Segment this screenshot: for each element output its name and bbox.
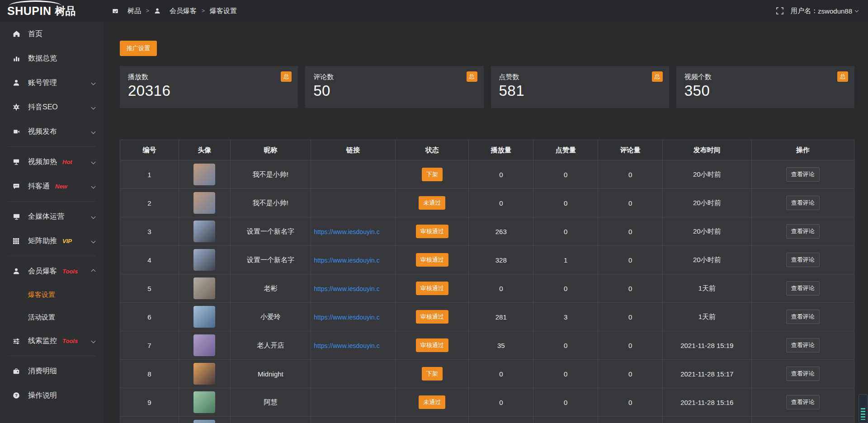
video-link[interactable]: https://www.iesdouyin.c [314,314,380,321]
cell-nickname: Midnight [230,360,311,388]
bar-chart-icon [13,55,22,62]
stat-label: 评论数 [313,73,475,81]
cell-likes [533,417,598,423]
status-badge: 审核通过 [416,225,448,238]
sidebar-item-data-overview[interactable]: 数据总览 [0,46,104,70]
sidebar-item-label: 账号管理 [28,78,57,88]
cell-link: https://www.iesdouyin.c [311,303,396,331]
avatar [193,334,215,356]
video-link[interactable]: https://www.iesdouyin.c [314,228,380,235]
sidebar-item-omni-media[interactable]: 全媒体运营 [0,204,104,229]
view-comments-button[interactable]: 查看评论 [786,367,820,381]
sidebar-item-label: 数据总览 [28,54,57,63]
sidebar-subitem-activity-settings[interactable]: 活动设置 [0,306,104,329]
cell-avatar [179,303,230,331]
table-row: 6 小爱玲 https://www.iesdouyin.c 审核通过 281 3… [120,303,854,331]
floating-widget[interactable] [859,394,868,423]
stat-card-plays: 播放数 20316 总 [120,66,298,108]
video-link[interactable]: https://www.iesdouyin.c [314,257,380,264]
promotion-settings-button[interactable]: 推广设置 [120,41,157,56]
view-comments-button[interactable]: 查看评论 [786,196,820,210]
cell-comments: 0 [598,160,663,189]
cell-plays: 0 [469,274,533,303]
view-comments-button[interactable]: 查看评论 [786,338,820,352]
chevron-down-icon [91,160,96,164]
cell-id: 4 [120,246,179,274]
cell-likes: 1 [533,246,598,274]
table-header: 编号 头像 昵称 链接 状态 播放量 点赞量 评论量 发布时间 操作 [120,140,854,160]
stat-value: 581 [499,82,661,99]
avatar [193,164,215,185]
cell-status: 审核通过 [395,246,468,274]
cell-action: 查看评论 [751,388,854,417]
stat-value: 350 [684,82,846,99]
view-comments-button[interactable]: 查看评论 [786,167,820,182]
view-comments-button[interactable]: 查看评论 [786,310,820,324]
cell-likes: 0 [533,189,598,217]
sidebar-subitem-label: 活动设置 [28,313,55,322]
cell-comments: 0 [598,189,663,217]
cell-id: 5 [120,274,179,303]
status-badge: 审核通过 [416,253,448,267]
cell-id: 2 [120,189,179,217]
home-icon [13,30,22,38]
view-comments-button[interactable]: 查看评论 [786,224,820,239]
breadcrumb-item-shupin[interactable]: 树品 [112,7,141,15]
video-camera-icon [13,128,22,135]
video-link[interactable]: https://www.iesdouyin.c [314,342,380,349]
sidebar-item-douyin-seo[interactable]: 抖音SEO [0,95,104,119]
cell-likes: 0 [533,360,598,388]
fullscreen-icon[interactable] [776,7,783,14]
sidebar-divider [8,356,96,356]
sidebar-item-instructions[interactable]: ? 操作说明 [0,383,104,408]
user-menu[interactable]: 用户名： zswodun88 [791,7,858,15]
cell-id: 3 [120,217,179,246]
username-value: zswodun88 [818,7,852,15]
sidebar-item-douketong[interactable]: 抖客通 New [0,174,104,198]
cell-comments: 0 [598,303,663,331]
app-logo[interactable]: SHUPIN 树品 [0,0,104,22]
cell-plays: 0 [469,160,533,189]
breadcrumb-separator: > [202,8,205,14]
breadcrumb-item-member[interactable]: 会员爆客 [154,7,197,15]
sidebar-item-video-publish[interactable]: 视频发布 [0,119,104,144]
sidebar-item-lead-monitoring[interactable]: 线索监控 Tools [0,329,104,353]
sidebar-item-label: 消费明细 [28,367,57,376]
table-row: 1 我不是小帅! 下架 0 0 0 20小时前 查看评论 [120,160,854,189]
total-badge: 总 [281,71,292,82]
cell-status: 审核通过 [395,303,468,331]
cell-comments [598,417,663,423]
video-link[interactable]: https://www.iesdouyin.c [314,285,380,292]
sidebar-item-matrix-boost[interactable]: 矩阵助推 VIP [0,229,104,253]
view-comments-button[interactable]: 查看评论 [786,395,820,409]
view-comments-button[interactable]: 查看评论 [786,281,820,296]
header-nickname: 昵称 [230,140,311,160]
breadcrumb: 树品 > 会员爆客 > 爆客设置 [112,7,237,15]
cell-action: 查看评论 [751,189,854,217]
cell-avatar [179,417,230,423]
cell-plays [469,417,533,423]
chevron-down-icon [91,80,96,85]
sidebar-item-member-baoke[interactable]: 会员爆客 Tools [0,259,104,283]
sidebar-item-consumption-details[interactable]: 消费明细 [0,359,104,383]
stat-card-likes: 点赞数 581 总 [491,66,669,108]
sidebar-item-home[interactable]: 首页 [0,22,104,46]
cell-action: 查看评论 [751,360,854,388]
status-badge: 未通过 [419,196,445,210]
cell-nickname: 老彬 [230,274,311,303]
chevron-down-icon [91,129,96,134]
cell-comments: 0 [598,217,663,246]
sidebar-item-video-heating[interactable]: 视频加热 Hot [0,150,104,174]
floating-widget-stripes [861,408,865,420]
sidebar-item-account-management[interactable]: 账号管理 [0,70,104,95]
header-likes: 点赞量 [533,140,598,160]
header-publish-time: 发布时间 [663,140,752,160]
view-comments-button[interactable]: 查看评论 [786,253,820,267]
cell-avatar [179,189,230,217]
avatar [193,391,215,413]
sidebar-subitem-baoke-settings[interactable]: 爆客设置 [0,283,104,306]
sidebar-item-label: 线索监控 [28,336,57,346]
board-icon [112,8,118,14]
cell-status [395,417,468,423]
cell-nickname: 设置一个新名字 [230,217,311,246]
